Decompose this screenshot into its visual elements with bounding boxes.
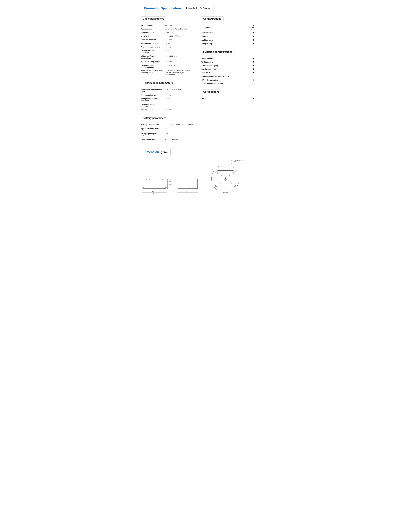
svg-point-42 <box>217 172 218 173</box>
function-label: Basic functions <box>201 56 250 60</box>
cert-label: UN38.3 <box>201 97 250 100</box>
standard-dot-icon <box>186 7 187 9</box>
svg-text:245: 245 <box>169 181 171 182</box>
filled-dot-icon <box>252 43 254 44</box>
param-value: 30 mm <box>164 49 194 54</box>
table-row: Automatic charging <box>201 64 254 67</box>
filled-dot-icon <box>252 68 254 70</box>
configurations-table: Lidar number1 (H1)+1 (C2)E-stop buttonSp… <box>201 23 254 45</box>
param-value: TEMP: 0°C to 50°C / RH: 10% to 90%, no c… <box>164 69 194 77</box>
svg-point-48 <box>223 177 223 178</box>
param-value: 1210 x 892 x 280 mm <box>164 34 194 38</box>
table-row: Navigation typeLaser SLAM <box>141 31 194 34</box>
config-label: E-stop button <box>201 31 248 35</box>
param-value: 123 mm (H1) <box>164 63 194 69</box>
config-label: Speaker <box>201 35 248 38</box>
config-label: Bumper strip <box>201 42 248 45</box>
performance-parameters-table: Passability (slope / step / gap)≤5% / 5 … <box>141 88 194 112</box>
certifications-section: Certifications UN38.3 <box>201 89 254 100</box>
table-row: Lifting platform dimensions1180 x 860 mm <box>141 54 194 60</box>
filled-dot-icon <box>252 36 254 37</box>
config-dot <box>248 31 254 35</box>
diagrams-row: 245 280 1180 1210 860 <box>141 159 254 194</box>
empty-dot-icon <box>252 76 254 77</box>
table-row: Passability (slope / step / gap)≤5% / 5 … <box>141 88 194 93</box>
filled-dot-icon <box>252 61 254 63</box>
filled-dot-icon <box>252 39 254 41</box>
svg-text:φ1412（Rotating diameter）: φ1412（Rotating diameter） <box>230 160 244 161</box>
svg-point-43 <box>233 172 234 173</box>
table-row: Lidar number1 (H1)+1 (C2) <box>201 23 254 31</box>
table-row: Bumper strip <box>201 42 254 45</box>
svg-rect-3 <box>165 185 167 187</box>
function-dot <box>250 82 254 85</box>
param-label: Driving speed <box>141 108 164 112</box>
config-dot <box>248 42 254 45</box>
param-label: Navigation position accuracy <box>141 97 164 102</box>
function-dot <box>250 60 254 64</box>
param-value: 1000 mm <box>164 93 194 97</box>
filled-dot-icon <box>252 58 254 59</box>
table-row: UN38.3 <box>201 97 254 100</box>
param-label: L x W x H <box>141 34 164 38</box>
performance-parameters-section: Performance parameters Passability (slop… <box>141 81 194 112</box>
table-row: Battery specifications48 V / 40 Ah (lith… <box>141 123 194 126</box>
svg-text:280: 280 <box>169 184 171 185</box>
table-row: Basic functions <box>201 56 254 60</box>
param-label: Product model <box>141 23 164 27</box>
function-label: Laser reflector navigation <box>201 82 250 85</box>
table-row: Navigation position accuracy±5 mm <box>141 97 194 102</box>
table-row: Driving speed≤1.67 m/s <box>141 108 194 112</box>
param-label: Comprehensive battery life <box>141 126 164 132</box>
param-label: Ambient temperature and humidity range <box>141 69 164 77</box>
param-value: 1500 kg <box>164 45 194 49</box>
param-label: Battery specifications <box>141 123 164 126</box>
certifications-title: Certifications <box>201 89 222 94</box>
svg-rect-23 <box>177 185 179 187</box>
function-label: Precise positioning with QR code <box>201 75 250 78</box>
param-label: Maximum load capacity <box>141 45 164 49</box>
svg-point-50 <box>223 180 223 180</box>
param-value: ≤1.67 m/s <box>164 108 194 112</box>
right-column: Configurations Lidar number1 (H1)+1 (C2)… <box>201 16 254 145</box>
page-title: Parameter Specification <box>144 6 181 10</box>
param-value: 1412 mm <box>164 38 194 41</box>
cert-dot <box>250 97 254 100</box>
optional-legend: Optional <box>200 7 210 10</box>
basic-parameters-section: Basic parameters Product modelSJV-SW1500… <box>141 16 194 77</box>
configurations-title: Configurations <box>201 16 224 21</box>
svg-point-44 <box>217 184 218 185</box>
dimension-header: Dimension (mm) <box>141 149 170 155</box>
svg-point-51 <box>228 180 228 180</box>
param-value: SJV-SW1500 <box>164 23 194 27</box>
param-value: ±5 mm <box>164 97 194 102</box>
svg-line-35 <box>230 162 234 164</box>
function-label: Spin function <box>201 71 250 75</box>
table-row: Speaker <box>201 35 254 38</box>
function-dot <box>250 75 254 78</box>
svg-text:1180: 1180 <box>152 191 154 192</box>
configurations-section: Configurations Lidar number1 (H1)+1 (C2)… <box>201 16 254 45</box>
performance-parameters-title: Performance parameters <box>141 81 175 85</box>
standard-label: Standard <box>188 7 197 10</box>
config-label: Ambient lamp <box>201 38 248 42</box>
table-row: Product nameLaser SLAM Rotary Lifting Ro… <box>141 27 194 31</box>
param-label: Minimum aisle width <box>141 93 164 97</box>
param-value: Manual / Automatic <box>164 137 194 141</box>
optional-dot-icon <box>200 7 202 9</box>
param-value: ≤5% / 5 mm / 30 mm <box>164 88 194 93</box>
function-dot <box>250 56 254 60</box>
table-row: Precise positioning with QR code <box>201 75 254 78</box>
table-row: Weight (with battery)250 kg <box>141 41 194 45</box>
config-dot <box>248 38 254 42</box>
param-label: Charging method <box>141 137 164 141</box>
basic-parameters-title: Basic parameters <box>141 16 166 21</box>
table-row: Rotation diameter1412 mm <box>141 38 194 41</box>
table-row: Minimum aisle width1000 mm <box>141 93 194 97</box>
function-dot <box>250 67 254 71</box>
function-label: QR code navigation <box>201 78 250 82</box>
param-value: ≤2 h <box>164 132 194 137</box>
config-label: Lidar number <box>201 23 248 31</box>
svg-point-5 <box>148 180 148 180</box>
param-label: Navigation type <box>141 31 164 34</box>
